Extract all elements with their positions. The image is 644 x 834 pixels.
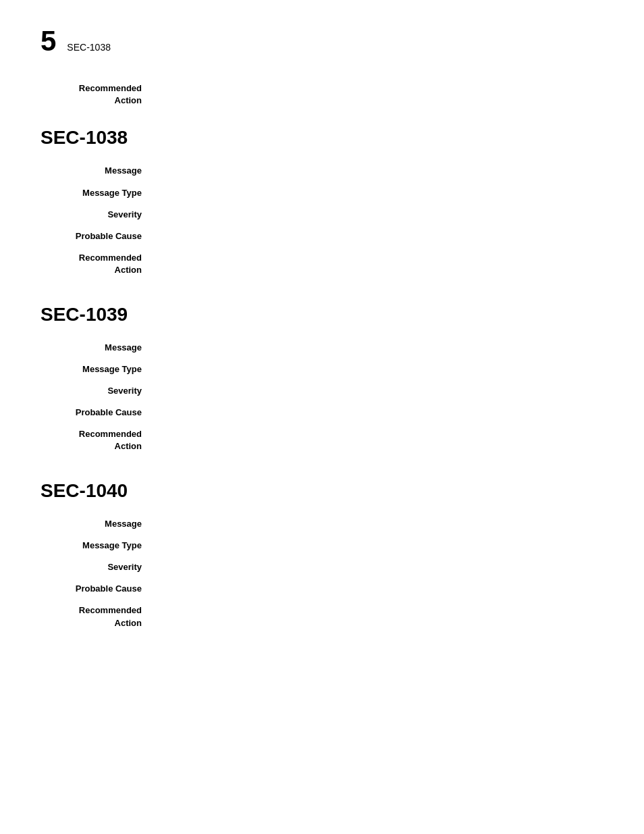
- field-label: Message: [41, 518, 149, 530]
- field-row: Message Type: [41, 540, 603, 552]
- field-row: Severity: [41, 209, 603, 221]
- field-row: RecommendedAction: [41, 604, 603, 629]
- section-title-sec-1040: SEC-1040: [41, 480, 603, 504]
- field-row: RecommendedAction: [41, 252, 603, 276]
- page-number: 5: [41, 27, 56, 55]
- field-label: Message Type: [41, 187, 149, 199]
- page-subtitle: SEC-1038: [67, 42, 111, 53]
- field-label: Message Type: [41, 540, 149, 552]
- section-title-sec-1039: SEC-1039: [41, 304, 603, 328]
- field-row: Message: [41, 165, 603, 177]
- section-title-sec-1038: SEC-1038: [41, 127, 603, 151]
- page-header: 5 SEC-1038: [41, 27, 603, 55]
- field-row: Probable Cause: [41, 230, 603, 242]
- field-row: Severity: [41, 561, 603, 573]
- field-row: Message: [41, 342, 603, 354]
- field-row: Message: [41, 518, 603, 530]
- field-label: RecommendedAction: [41, 252, 149, 276]
- field-row: RecommendedAction: [41, 428, 603, 452]
- field-label: Message: [41, 165, 149, 177]
- field-label: Probable Cause: [41, 583, 149, 595]
- section-sec-1038: SEC-1038MessageMessage TypeSeverityProba…: [41, 127, 603, 276]
- field-row: Probable Cause: [41, 583, 603, 595]
- intro-recommended-action: RecommendedAction: [41, 82, 603, 107]
- field-row: Probable Cause: [41, 407, 603, 419]
- field-label: Severity: [41, 209, 149, 221]
- field-label: Severity: [41, 385, 149, 397]
- field-label: RecommendedAction: [41, 604, 149, 629]
- field-row: Message Type: [41, 187, 603, 199]
- sections-container: SEC-1038MessageMessage TypeSeverityProba…: [41, 127, 603, 629]
- section-sec-1039: SEC-1039MessageMessage TypeSeverityProba…: [41, 304, 603, 453]
- field-label: Probable Cause: [41, 230, 149, 242]
- field-row: Severity: [41, 385, 603, 397]
- field-label: Message: [41, 342, 149, 354]
- field-row: Message Type: [41, 363, 603, 375]
- section-sec-1040: SEC-1040MessageMessage TypeSeverityProba…: [41, 480, 603, 629]
- field-label: Probable Cause: [41, 407, 149, 419]
- field-label: RecommendedAction: [41, 428, 149, 452]
- intro-recommended-label: RecommendedAction: [41, 82, 149, 107]
- intro-field-row: RecommendedAction: [41, 82, 603, 107]
- field-label: Severity: [41, 561, 149, 573]
- field-label: Message Type: [41, 363, 149, 375]
